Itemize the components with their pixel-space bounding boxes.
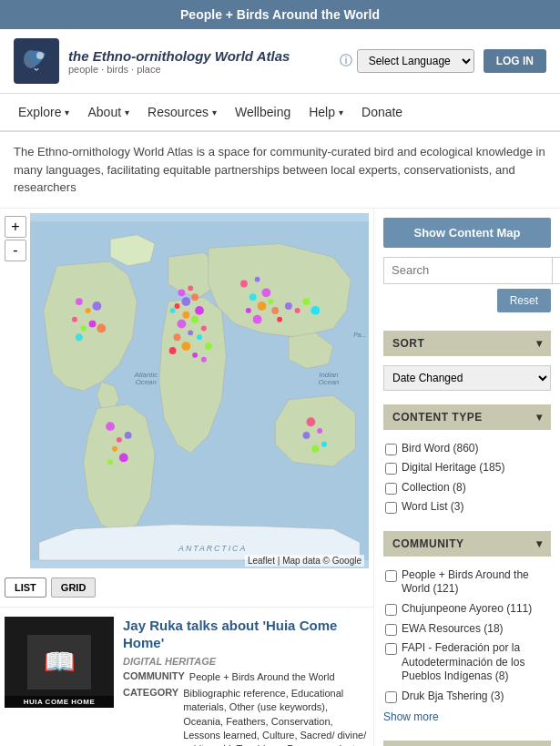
fapi-checkbox[interactable] [385,643,397,655]
svg-point-16 [174,333,181,341]
result-item: 📖 HUIA COME HOME Jay Ruka talks about 'H… [0,607,373,747]
svg-point-20 [192,352,198,357]
chujunpeone-checkbox[interactable] [385,604,397,616]
banner-text: People + Birds Around the World [180,7,380,22]
content-type-header[interactable]: CoNTENT TYPE ▾ [383,404,551,430]
digital-heritage-checkbox[interactable] [385,463,397,475]
site-description: The Ethno-ornithology World Atlas is a s… [0,132,560,209]
svg-point-14 [178,319,187,328]
svg-point-37 [76,298,83,305]
svg-point-35 [303,298,311,305]
language-select[interactable]: Select Language English Spanish French [357,49,474,73]
svg-point-4 [178,289,186,296]
explore-arrow-icon: ▾ [65,107,69,118]
info-icon[interactable]: ⓘ [340,53,352,69]
category-value: Bibliographic reference, Educational mat… [183,687,369,746]
ewa-checkbox[interactable] [385,624,397,636]
nav-help[interactable]: Help ▾ [300,94,352,130]
login-button[interactable]: LOG IN [484,49,546,73]
svg-point-28 [258,301,267,311]
header-right: ⓘ Select Language English Spanish French… [340,49,546,73]
logo-area: the Ethno-ornithology World Atlas people… [14,38,290,84]
top-banner: People + Birds Around the World [0,0,560,29]
nav-resources[interactable]: Resources ▾ [138,94,226,130]
sort-header[interactable]: SorT ▾ [383,331,551,356]
svg-point-19 [181,342,190,351]
svg-text:Pa...: Pa... [353,332,366,338]
svg-point-44 [76,333,83,341]
svg-point-6 [181,297,190,306]
search-button[interactable]: 🔍 [552,257,560,284]
svg-point-23 [240,280,248,287]
svg-point-41 [89,320,97,327]
svg-text:Ocean: Ocean [136,378,157,386]
svg-point-54 [321,441,327,446]
svg-point-13 [201,325,207,331]
svg-point-33 [285,302,292,310]
zoom-out-button[interactable]: - [5,240,26,261]
show-content-map-button[interactable]: Show Content Map [383,218,551,248]
content-type-chevron-icon: ▾ [536,411,543,424]
sidebar: Show Content Map 🔍 Reset SorT ▾ Date Cha… [373,209,560,747]
nav-donate[interactable]: Donate [352,94,412,130]
collection-section: CoLLECTiON ▾ Paraguay-Oxford Exchange Pr… [383,741,551,746]
svg-point-47 [125,432,132,439]
word-list-checkbox[interactable] [385,502,397,514]
svg-point-24 [255,276,260,281]
nav-about[interactable]: About ▾ [78,94,138,130]
logo-text: the Ethno-ornithology World Atlas people… [68,48,290,75]
pbirds-checkbox[interactable] [385,570,397,582]
result-info: Jay Ruka talks about 'Huia Come Home' DI… [123,617,369,747]
svg-point-50 [107,459,113,465]
filter-fapi: FAPI - Federación por la Autodeterminaci… [383,639,551,687]
community-header[interactable]: COMMUNITY ▾ [383,531,551,557]
grid-view-button[interactable]: GRID [51,577,97,598]
svg-point-46 [117,436,122,442]
community-row: COMMUNITY People + Birds Around the Worl… [123,670,369,684]
svg-point-43 [97,323,106,332]
show-more-link[interactable]: Show more [383,707,551,727]
svg-point-42 [81,325,87,331]
sort-select[interactable]: Date Changed Title Relevance Date Create… [383,365,551,391]
svg-text:Ocean: Ocean [318,378,339,386]
nav-explore[interactable]: Explore ▾ [9,94,78,130]
svg-text:ANTARCTICA: ANTARCTICA [178,544,247,553]
druk-checkbox[interactable] [385,691,397,703]
sort-chevron-icon: ▾ [536,337,543,350]
result-thumbnail: 📖 HUIA COME HOME [5,617,114,708]
category-row: CATEGORY Bibliographic reference, Educat… [123,687,369,746]
svg-point-49 [119,453,128,462]
thumb-label: HUIA COME HOME [5,696,114,708]
filter-word-list: Word List (3) [383,497,551,517]
collection-checkbox[interactable] [385,483,397,495]
filter-bird-word: Bird Word (860) [383,439,551,459]
category-label: CATEGORY [123,687,178,746]
reset-button[interactable]: Reset [497,289,551,312]
svg-point-8 [175,303,180,309]
filter-ewa: EWA Resources (18) [383,619,551,639]
bird-word-checkbox[interactable] [385,444,397,455]
community-body: People + Birds Around the World (121) Ch… [383,561,551,731]
svg-point-39 [93,301,102,311]
main-layout: + - [0,209,560,747]
sort-section: SorT ▾ Date Changed Title Relevance Date… [383,331,551,395]
list-view-button[interactable]: LIST [5,577,46,598]
main-nav: Explore ▾ About ▾ Resources ▾ Wellbeing … [0,94,560,132]
nav-wellbeing[interactable]: Wellbeing [226,94,300,130]
collection-header[interactable]: CoLLECTiON ▾ [383,741,551,746]
svg-point-45 [106,422,115,431]
svg-point-5 [188,285,193,291]
zoom-in-button[interactable]: + [5,216,26,238]
result-title[interactable]: Jay Ruka talks about 'Huia Come Home' [123,617,369,652]
site-title: the Ethno-ornithology World Atlas [68,48,290,64]
filter-digital-heritage: Digital Heritage (185) [383,458,551,478]
svg-point-40 [72,316,77,322]
svg-point-11 [170,307,176,312]
svg-point-18 [205,342,212,350]
community-value: People + Birds Around the World [189,670,335,684]
search-input[interactable] [383,257,552,284]
community-chevron-icon: ▾ [536,537,543,550]
content-type-section: CoNTENT TYPE ▾ Bird Word (860) Digital H… [383,404,551,522]
filter-druk: Druk Bja Tshering (3) [383,687,551,707]
svg-point-17 [197,334,202,340]
